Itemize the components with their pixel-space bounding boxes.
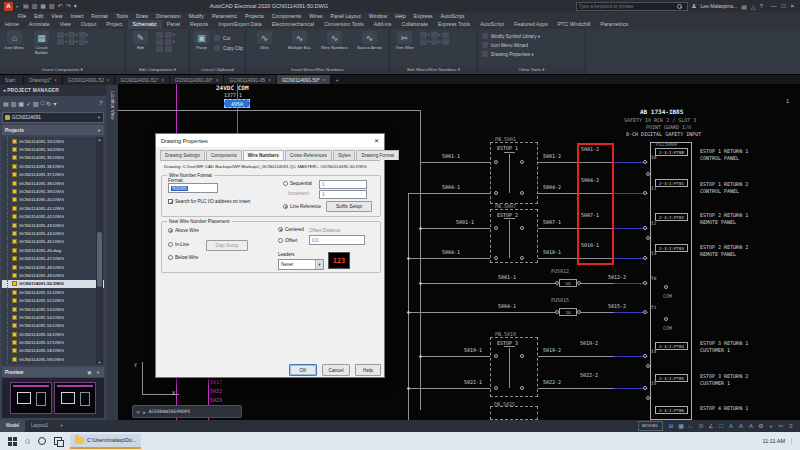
tool-icon[interactable] [156, 39, 163, 45]
pm-tool-icon[interactable]: ▧ [33, 100, 39, 107]
tab-close-icon[interactable]: × [161, 78, 164, 83]
file-tab[interactable]: Start [0, 75, 24, 85]
status-toggle-icon[interactable]: A [726, 420, 736, 432]
restore-button[interactable]: □ [782, 3, 786, 9]
menu-item[interactable]: Tools [112, 12, 132, 20]
project-file-item[interactable]: GCN0114091-46.dwg [2, 246, 104, 254]
project-file-item[interactable]: GCN0114091-54.DWG [2, 313, 104, 321]
ribbon-tab[interactable]: Collaborate [396, 20, 433, 29]
plc-search-checkbox[interactable]: Search for PLC I/O address on insert [168, 199, 250, 204]
qat-tool-icon[interactable]: ▾ [74, 1, 77, 11]
search-input[interactable] [579, 4, 675, 9]
project-file-item[interactable]: GCN0114091-52.DWG [2, 296, 104, 304]
preview-options-icons[interactable]: ▣ ▾ [87, 370, 101, 375]
qat-tool-icon[interactable]: ▤ [23, 1, 29, 11]
add-layout-button[interactable]: + [54, 420, 69, 432]
increment-field[interactable]: 1 [319, 190, 367, 199]
ribbon-tab[interactable]: Annotate [24, 20, 55, 29]
autocad-logo-icon[interactable]: A [4, 2, 13, 11]
menu-item[interactable]: Projects [241, 12, 268, 20]
wire-tool-button[interactable]: ∿ Wire [248, 30, 281, 50]
project-file-item[interactable]: GCN0114091-38.DWG [2, 179, 104, 187]
tool-icon[interactable] [68, 39, 75, 45]
other-tools-menu-item[interactable]: Modify Symbol Library ▾ [481, 32, 582, 40]
dialog-close-icon[interactable]: ✕ [374, 137, 379, 144]
format-field[interactable]: %S%N [168, 183, 218, 193]
tab-close-icon[interactable]: × [107, 78, 110, 83]
tool-icon[interactable] [442, 32, 449, 38]
status-toggle-icon[interactable]: A [746, 420, 756, 432]
menu-item[interactable]: Wires [305, 12, 326, 20]
tab-close-icon[interactable]: × [54, 78, 57, 83]
project-file-item[interactable]: GCN0114091-44.DWG [2, 229, 104, 237]
tool-icon[interactable] [420, 32, 427, 38]
qat-tool-icon[interactable]: ↶ [58, 1, 63, 11]
tool-icon[interactable] [57, 32, 64, 38]
menu-item[interactable]: View [47, 12, 66, 20]
ribbon-tab[interactable]: Reports [185, 20, 213, 29]
pm-tool-icon[interactable]: ▾ [53, 100, 56, 107]
status-toggle-icon[interactable]: □ [716, 420, 726, 432]
menu-item[interactable]: Panel Layout [326, 12, 364, 20]
centered-radio[interactable]: Centered [278, 227, 304, 232]
pm-tool-icon[interactable]: ▤ [3, 100, 9, 107]
tool-icon[interactable] [420, 39, 427, 45]
menu-item[interactable]: Help [391, 12, 410, 20]
menu-item[interactable]: Window [365, 12, 391, 20]
clipboard-tool-button[interactable]: Cut [213, 34, 243, 42]
tab-close-icon[interactable]: × [268, 78, 271, 83]
task-view-icon[interactable] [54, 437, 62, 445]
menu-item[interactable]: Format [87, 12, 111, 20]
clipboard-tool-button[interactable]: Copy Clip [213, 44, 243, 52]
status-toggle-icon[interactable]: ∠ [706, 420, 716, 432]
menu-item[interactable]: Dimension [152, 12, 185, 20]
ribbon-tab[interactable]: Home [0, 20, 24, 29]
status-toggle-icon[interactable]: ⚙ [756, 420, 766, 432]
project-file-item[interactable]: GCN0114091-37.DWG [2, 171, 104, 179]
wire-tool-button[interactable]: ∿ Wire Numbers [318, 30, 351, 50]
pm-tool-icon[interactable]: ▥ [11, 100, 17, 107]
icon-menu-button[interactable]: ⌂ Icon Menu [2, 30, 27, 50]
command-line[interactable]: ✕ ▸ ACEDRAWINGPROPS [132, 405, 242, 418]
file-explorer-task-button[interactable]: C:\Users\malasp\Do... [70, 434, 141, 449]
project-file-item[interactable]: GCN0114091-51.DWG [2, 288, 104, 296]
tool-icon[interactable] [156, 46, 163, 52]
tool-icon[interactable] [431, 39, 438, 45]
menu-item[interactable]: File [14, 12, 30, 20]
pm-tool-icon[interactable]: ✓ [26, 100, 31, 107]
menu-item[interactable]: Parametric [208, 12, 241, 20]
edit-component-button[interactable]: ✎ Edit [128, 30, 153, 50]
app-menu-dropdown-icon[interactable]: ▾ [16, 4, 18, 9]
qat-tool-icon[interactable]: ▧ [49, 1, 55, 11]
dialog-tab[interactable]: Drawing Settings [160, 150, 205, 160]
signed-in-user[interactable]: Lee.Malaspina... [701, 3, 738, 9]
in-line-radio[interactable]: In-Line [168, 242, 189, 247]
ribbon-tab[interactable]: Output [76, 20, 102, 29]
scroll-up-icon[interactable]: ▲ [96, 137, 103, 142]
status-toggle-icon[interactable]: ⊞ [666, 420, 676, 432]
project-file-item[interactable]: GCN0114091-40.DWG [2, 196, 104, 204]
scrollbar-thumb[interactable] [97, 232, 102, 287]
status-toggle-icon[interactable]: ✂ [776, 420, 786, 432]
pm-help-icon[interactable]: ? [99, 100, 103, 106]
windows-start-icon[interactable] [8, 437, 17, 446]
dialog-tab[interactable]: Drawing Format [356, 150, 399, 160]
dialog-tab[interactable]: Components [206, 150, 242, 160]
qat-tool-icon[interactable]: ▥ [32, 1, 38, 11]
project-file-item[interactable]: GCN0114091-39.DWG [2, 187, 104, 195]
preview-header[interactable]: Preview ▣ ▾ [2, 367, 104, 377]
command-expand-icon[interactable]: ▸ [143, 409, 146, 415]
trim-wire-button[interactable]: ✂ Trim Wire [392, 30, 417, 50]
projects-header[interactable]: Projects ▼ [2, 125, 104, 135]
project-file-item[interactable]: GCN0114091-42.DWG [2, 213, 104, 221]
below-wire-radio[interactable]: Below Wire [168, 255, 198, 260]
ribbon-tab[interactable]: Import/Export Data [213, 20, 267, 29]
project-file-item[interactable]: GCN0114091-53.DWG [2, 305, 104, 313]
sequential-start-field[interactable]: 1 [319, 180, 367, 189]
tool-icon[interactable] [57, 39, 64, 45]
file-list-scrollbar[interactable]: ▲ ▼ [96, 137, 103, 365]
model-tab[interactable]: Model [0, 420, 25, 432]
tool-icon[interactable] [165, 32, 172, 38]
minimize-button[interactable]: — [771, 3, 777, 9]
cancel-button[interactable]: Cancel [322, 364, 350, 376]
